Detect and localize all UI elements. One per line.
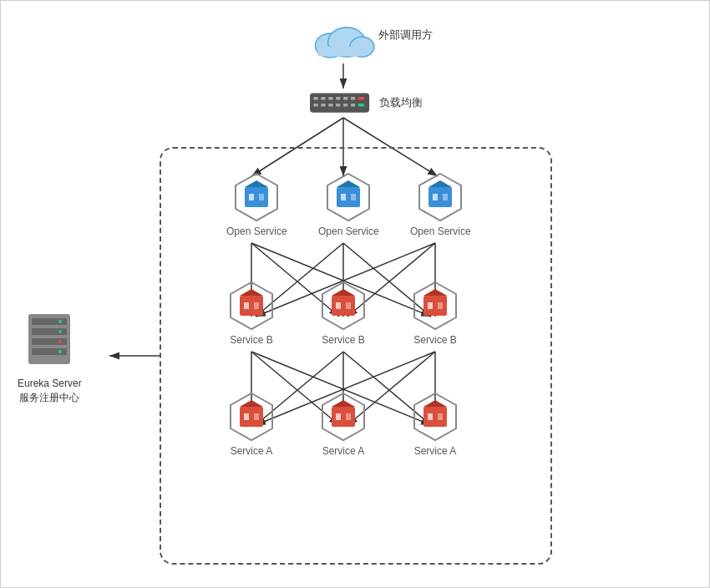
service-a-1-label: Service A — [226, 445, 276, 457]
service-a-3-icon — [410, 392, 460, 442]
svg-point-94 — [58, 330, 62, 333]
service-a-2: Service A — [318, 392, 368, 457]
svg-rect-30 — [321, 97, 325, 100]
cloud-node: 外部调用方 — [310, 18, 377, 67]
svg-rect-77 — [254, 413, 259, 420]
svg-point-96 — [58, 350, 62, 353]
svg-rect-49 — [337, 187, 360, 207]
svg-marker-45 — [245, 180, 268, 187]
svg-point-93 — [58, 320, 62, 323]
service-a-3: Service A — [410, 392, 460, 457]
service-b-1-icon — [226, 281, 276, 331]
svg-rect-29 — [313, 97, 317, 100]
load-balancer-icon — [310, 91, 377, 116]
svg-rect-32 — [336, 97, 340, 100]
svg-marker-55 — [429, 180, 452, 187]
svg-rect-40 — [343, 104, 347, 107]
service-a-2-label: Service A — [318, 445, 368, 457]
open-service-2: Open Service — [318, 172, 379, 237]
svg-rect-38 — [328, 104, 332, 107]
diagram: 外部调用方 负载均衡 — [1, 1, 710, 588]
svg-rect-69 — [423, 296, 447, 316]
service-b-1: Service B — [226, 281, 276, 346]
open-service-3-label: Open Service — [410, 226, 471, 237]
svg-rect-62 — [254, 302, 259, 309]
service-a-2-icon — [318, 392, 368, 442]
svg-rect-39 — [336, 104, 340, 107]
svg-rect-84 — [423, 407, 447, 427]
eureka-label: Eureka Server 服务注册中心 — [18, 377, 82, 405]
svg-rect-86 — [428, 413, 433, 420]
eureka-server-node: Eureka Server 服务注册中心 — [18, 310, 82, 405]
svg-rect-28 — [310, 94, 369, 113]
svg-rect-64 — [332, 296, 355, 316]
service-b-1-label: Service B — [226, 334, 276, 346]
svg-rect-34 — [351, 97, 355, 100]
svg-marker-60 — [240, 289, 263, 296]
svg-rect-74 — [240, 407, 263, 427]
open-service-2-label: Open Service — [318, 226, 379, 237]
svg-marker-80 — [332, 400, 355, 407]
open-service-3: Open Service — [410, 172, 471, 237]
svg-rect-82 — [346, 413, 351, 420]
svg-rect-31 — [328, 97, 332, 100]
svg-rect-66 — [336, 302, 341, 309]
svg-rect-76 — [244, 413, 249, 420]
service-a-1-icon — [226, 392, 276, 442]
svg-rect-81 — [336, 413, 341, 420]
svg-marker-75 — [240, 400, 263, 407]
svg-marker-65 — [332, 289, 355, 296]
svg-marker-85 — [423, 400, 447, 407]
svg-rect-79 — [332, 407, 355, 427]
service-b-3-icon — [410, 281, 460, 331]
svg-rect-54 — [429, 187, 452, 207]
eureka-server-icon — [20, 310, 79, 368]
svg-rect-57 — [443, 194, 448, 200]
cloud-icon — [310, 18, 377, 63]
svg-rect-42 — [358, 104, 364, 107]
open-service-1: Open Service — [226, 172, 287, 237]
svg-rect-52 — [351, 194, 356, 200]
svg-rect-36 — [313, 104, 317, 107]
svg-rect-59 — [240, 296, 263, 316]
open-service-2-icon — [323, 172, 373, 222]
svg-rect-71 — [428, 302, 433, 309]
cloud-label: 外部调用方 — [378, 28, 433, 43]
service-b-2-icon — [318, 281, 368, 331]
svg-rect-35 — [358, 97, 364, 100]
svg-rect-72 — [438, 302, 443, 309]
svg-rect-37 — [321, 104, 325, 107]
service-b-2-label: Service B — [318, 334, 368, 346]
svg-rect-47 — [259, 194, 264, 200]
svg-rect-61 — [244, 302, 249, 309]
svg-rect-33 — [343, 97, 347, 100]
service-a-1: Service A — [226, 392, 276, 457]
svg-marker-70 — [423, 289, 447, 296]
open-service-3-icon — [415, 172, 465, 222]
open-service-1-label: Open Service — [226, 226, 287, 237]
service-b-3: Service B — [410, 281, 460, 346]
load-balancer-node: 负载均衡 — [310, 91, 377, 119]
svg-rect-44 — [245, 187, 268, 207]
service-a-3-label: Service A — [410, 445, 460, 457]
lb-label: 负载均衡 — [379, 95, 423, 110]
svg-point-95 — [58, 340, 62, 343]
svg-rect-46 — [249, 194, 254, 200]
svg-rect-27 — [318, 47, 365, 56]
svg-rect-87 — [438, 413, 443, 420]
service-b-2: Service B — [318, 281, 368, 346]
svg-rect-41 — [351, 104, 355, 107]
svg-rect-67 — [346, 302, 351, 309]
svg-rect-51 — [341, 194, 346, 200]
open-service-1-icon — [231, 172, 281, 222]
svg-rect-56 — [433, 194, 438, 200]
svg-marker-50 — [337, 180, 360, 187]
service-b-3-label: Service B — [410, 334, 460, 346]
